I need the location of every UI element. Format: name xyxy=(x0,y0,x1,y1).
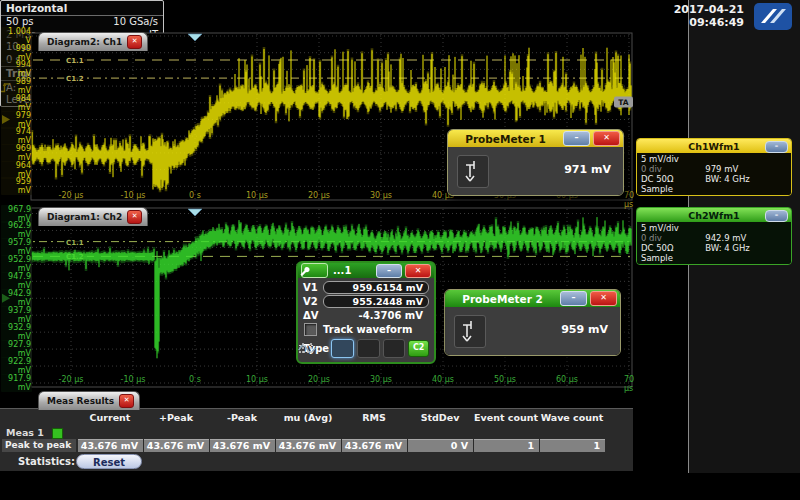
probemeter1-title: ProbeMeter 1 xyxy=(451,133,560,145)
minimize-icon[interactable]: – xyxy=(765,210,788,222)
tab-label: Diagram1: Ch2 xyxy=(47,212,122,222)
svg-text:C1.1: C1.1 xyxy=(66,239,84,247)
time-text: 09:46:49 xyxy=(638,16,744,29)
close-icon[interactable]: ✕ xyxy=(127,35,142,49)
ch1-offset: 979 mV xyxy=(705,164,738,174)
minimize-icon[interactable]: – xyxy=(563,131,590,146)
svg-text:C1.2: C1.2 xyxy=(66,75,84,83)
meas-group-label: Meas 1 xyxy=(6,427,44,438)
ch2-coupling: DC 50Ω xyxy=(641,243,705,253)
meas-enabled-indicator[interactable] xyxy=(52,428,63,439)
meas-header-cell: -Peak xyxy=(210,412,274,423)
cursor-dialog-titlebar[interactable]: ...1 – ✕ xyxy=(298,263,434,278)
meas-value-cell: 43.676 mV xyxy=(210,439,275,452)
v1-label: V1 xyxy=(303,282,323,293)
probemeter2-title: ProbeMeter 2 xyxy=(448,293,557,305)
ch1-scale: 5 mV/div xyxy=(641,154,705,164)
cursor-dialog-title: ...1 xyxy=(328,265,373,276)
ch2-scale: 5 mV/div xyxy=(641,223,705,233)
edge-slope-icon xyxy=(0,82,11,93)
tab-label: Diagram2: Ch1 xyxy=(47,37,122,47)
v1-field[interactable]: 959.6154 mV xyxy=(323,281,429,294)
wrench-icon xyxy=(298,265,311,276)
horizontal-resolution: 50 ps xyxy=(6,16,33,27)
horizontal-sample-rate: 10 GSa/s xyxy=(113,16,158,27)
date-text: 2017-04-21 xyxy=(638,3,744,16)
meas-value-cell: 43.676 mV xyxy=(78,439,143,452)
meas-value-cell: 0 V xyxy=(408,439,473,452)
svg-text:C1.1: C1.1 xyxy=(66,57,84,65)
close-icon[interactable]: ✕ xyxy=(119,394,134,408)
tab-diagram2-ch1[interactable]: Diagram2: Ch1 ✕ xyxy=(38,32,148,51)
ch1-waveform-badge[interactable]: Ch1Wfm1 – 5 mV/div 0 div 979 mV DC 50Ω B… xyxy=(636,138,792,196)
tab-meas-results[interactable]: Meas Results ✕ xyxy=(38,391,140,410)
tab-diagram1-ch2[interactable]: Diagram1: Ch2 ✕ xyxy=(38,207,148,226)
meas-header-cell: Event count xyxy=(474,412,538,423)
meas-header-cell: Wave count xyxy=(540,412,604,423)
horizontal-title: Horizontal xyxy=(6,2,67,14)
meas-value-cell: 43.676 mV xyxy=(144,439,209,452)
delta-v-value: -4.3706 mV xyxy=(323,310,429,321)
meas-header-cell: +Peak xyxy=(144,412,208,423)
probemeter1-value: 971 mV xyxy=(564,163,611,176)
probemeter1-window[interactable]: ProbeMeter 1 – ✕ 971 mV xyxy=(447,129,624,196)
rs-logo xyxy=(753,2,793,31)
v2-label: V2 xyxy=(303,296,323,307)
horizontal-section-header[interactable]: Horizontal xyxy=(1,1,163,16)
probemeter2-titlebar[interactable]: ProbeMeter 2 – ✕ xyxy=(445,290,620,307)
ch2-acq-mode: Sample xyxy=(641,253,673,263)
ch2-offset: 942.9 mV xyxy=(705,233,746,243)
ch1-offset-div: 0 div xyxy=(641,164,705,174)
meas-value-cell: 1 xyxy=(474,439,539,452)
ch1-bandwidth: BW: 4 GHz xyxy=(705,174,750,184)
meas-row-label: Peak to peak xyxy=(2,439,76,452)
settings-button[interactable] xyxy=(301,263,328,278)
close-icon[interactable]: ✕ xyxy=(593,131,620,146)
probe-icon xyxy=(457,155,489,188)
cursor-type-vertical-button[interactable] xyxy=(357,339,380,358)
probemeter1-titlebar[interactable]: ProbeMeter 1 – ✕ xyxy=(448,130,623,147)
oscilloscope-screen: C1.1C1.2TA C1.1C1.2 1.004 V999 mV994 mV9… xyxy=(0,0,800,500)
meas-value-cell: 43.676 mV xyxy=(342,439,407,452)
close-icon[interactable]: ✕ xyxy=(405,264,431,278)
meas-header-cell: StdDev xyxy=(408,412,472,423)
svg-text:TA: TA xyxy=(618,98,629,107)
close-icon[interactable]: ✕ xyxy=(127,210,142,224)
cursor-type-both-icon xyxy=(298,342,316,355)
minimize-icon[interactable]: – xyxy=(560,291,587,306)
ch2-waveform-badge[interactable]: Ch2Wfm1 – 5 mV/div 0 div 942.9 mV DC 50Ω… xyxy=(636,207,792,265)
cursor-source-button[interactable]: C2 xyxy=(408,340,429,357)
minimize-icon[interactable]: – xyxy=(765,141,788,153)
meas-header-cell: RMS xyxy=(342,412,406,423)
meas-value-cell: 1 xyxy=(540,439,605,452)
meas-header-cell: Current xyxy=(78,412,142,423)
statistics-label: Statistics: xyxy=(18,456,75,467)
ch1-badge-title: Ch1Wfm1 xyxy=(688,141,739,152)
cursor-type-horizontal-button[interactable] xyxy=(331,339,354,358)
ch2-bandwidth: BW: 4 GHz xyxy=(705,243,750,253)
probemeter2-value: 959 mV xyxy=(561,323,608,336)
meas-value-cell: 43.676 mV xyxy=(276,439,341,452)
track-waveform-checkbox[interactable] xyxy=(304,323,317,336)
probe-icon xyxy=(454,315,486,348)
cursor-type-both-button[interactable] xyxy=(383,339,406,358)
delta-v-label: ΔV xyxy=(303,310,323,321)
ch2-offset-div: 0 div xyxy=(641,233,705,243)
probemeter2-window[interactable]: ProbeMeter 2 – ✕ 959 mV xyxy=(444,289,621,356)
tab-label: Meas Results xyxy=(47,396,114,406)
reset-statistics-button[interactable]: Reset xyxy=(76,454,142,469)
meas-results-panel: Current+Peak-Peakmu (Avg)RMSStdDevEvent … xyxy=(0,408,633,471)
meas-header-cell: mu (Avg) xyxy=(276,412,340,423)
ch2-badge-title: Ch2Wfm1 xyxy=(688,210,739,221)
minimize-icon[interactable]: – xyxy=(376,264,402,278)
close-icon[interactable]: ✕ xyxy=(590,291,617,306)
ch1-coupling: DC 50Ω xyxy=(641,174,705,184)
ch1-acq-mode: Sample xyxy=(641,184,673,194)
track-waveform-label: Track waveform xyxy=(323,324,412,335)
datetime-display[interactable]: 2017-04-21 09:46:49 xyxy=(638,3,744,29)
cursor-results-dialog[interactable]: ...1 – ✕ V1 959.6154 mV V2 955.2448 mV Δ… xyxy=(296,261,436,364)
v2-field[interactable]: 955.2448 mV xyxy=(323,295,429,308)
